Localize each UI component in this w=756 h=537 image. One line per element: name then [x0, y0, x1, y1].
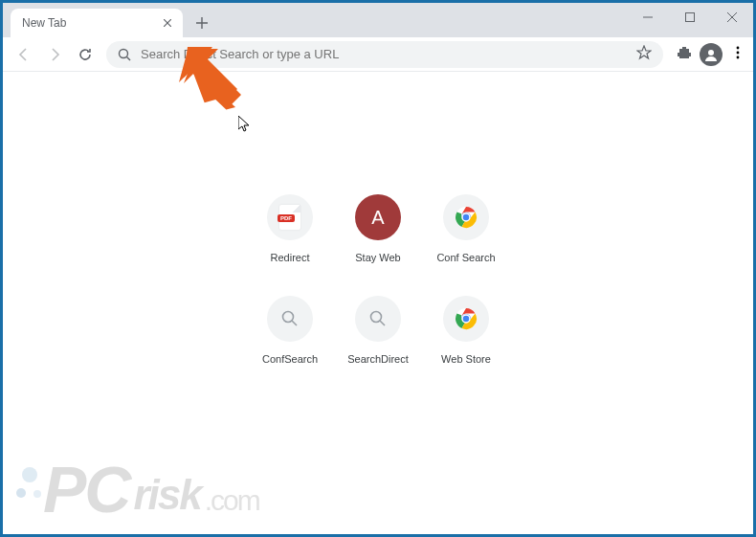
forward-button[interactable] — [41, 41, 68, 68]
shortcut-label: Conf Search — [436, 252, 495, 263]
shortcut-label: Redirect — [271, 252, 310, 263]
shortcut-redirect[interactable]: Redirect — [246, 194, 334, 263]
new-tab-button[interactable] — [189, 10, 215, 36]
chrome-icon — [443, 194, 489, 240]
window-controls — [627, 3, 753, 32]
shortcut-label: Stay Web — [355, 252, 401, 263]
profile-avatar[interactable] — [700, 43, 723, 66]
svg-point-10 — [371, 312, 382, 323]
address-input[interactable] — [141, 47, 627, 61]
back-button[interactable] — [11, 41, 37, 68]
watermark-pc: PC — [43, 452, 129, 526]
svg-point-8 — [462, 213, 470, 221]
tab-title: New Tab — [22, 16, 66, 30]
shortcuts-grid: Redirect A Stay Web Conf Search ConfSear… — [246, 194, 510, 365]
reload-button[interactable] — [72, 41, 99, 68]
pdf-icon — [267, 194, 313, 240]
svg-point-13 — [462, 315, 470, 323]
svg-rect-0 — [686, 13, 695, 22]
watermark-com: .com — [205, 484, 259, 517]
titlebar: New Tab — [3, 3, 753, 37]
shortcut-confsearch[interactable]: ConfSearch — [246, 296, 334, 365]
svg-point-2 — [708, 50, 714, 56]
shortcut-conf-search[interactable]: Conf Search — [422, 194, 510, 263]
watermark: PC risk .com — [16, 452, 259, 526]
shortcut-stay-web[interactable]: A Stay Web — [334, 194, 422, 263]
shortcut-label: ConfSearch — [262, 353, 318, 365]
shortcut-label: Web Store — [441, 353, 491, 365]
watermark-risk: risk — [133, 471, 200, 519]
browser-window: New Tab — [3, 3, 753, 534]
svg-point-4 — [737, 51, 740, 54]
letter-a-icon: A — [355, 194, 401, 240]
omnibox[interactable] — [106, 41, 663, 68]
magnifier-icon — [355, 296, 401, 342]
toolbar-right — [671, 43, 745, 66]
maximize-button[interactable] — [669, 3, 711, 32]
tab-close-icon[interactable] — [160, 15, 175, 31]
svg-point-9 — [283, 312, 294, 323]
minimize-button[interactable] — [627, 3, 669, 32]
window-close-button[interactable] — [711, 3, 753, 32]
watermark-dots-icon — [16, 463, 49, 515]
toolbar — [3, 37, 753, 72]
svg-point-1 — [120, 49, 128, 57]
svg-point-5 — [737, 56, 740, 58]
shortcut-searchdirect[interactable]: SearchDirect — [334, 296, 422, 365]
magnifier-icon — [267, 296, 313, 342]
svg-point-3 — [737, 46, 740, 49]
search-icon — [118, 48, 131, 61]
chrome-icon — [443, 296, 489, 342]
shortcut-web-store[interactable]: Web Store — [422, 296, 510, 365]
tab-new-tab[interactable]: New Tab — [11, 9, 183, 37]
bookmark-star-icon[interactable] — [636, 45, 652, 64]
shortcut-label: SearchDirect — [347, 353, 409, 365]
extensions-icon[interactable] — [677, 45, 692, 64]
menu-icon[interactable] — [730, 45, 745, 64]
